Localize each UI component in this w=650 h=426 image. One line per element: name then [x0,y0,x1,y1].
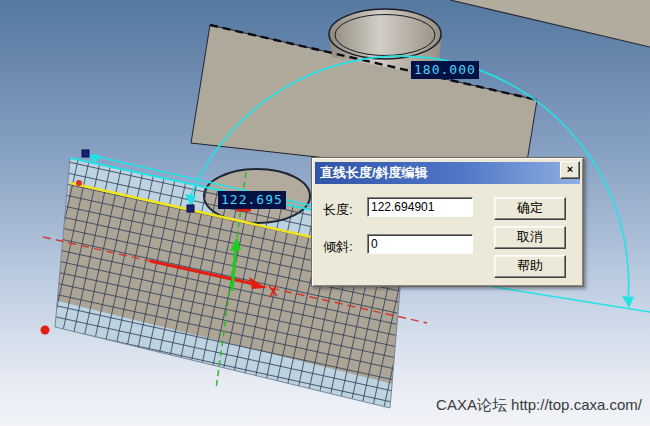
angle-dimension-label[interactable]: 180.000 [411,61,479,79]
length-input[interactable] [367,197,473,217]
line-edit-dialog: 直线长度/斜度编辑 × 长度: 倾斜: 确定 取消 帮助 [311,157,584,287]
dialog-title-text: 直线长度/斜度编辑 [320,165,428,180]
length-dimension-label[interactable]: 122.695 [218,191,286,209]
slope-input[interactable] [367,234,473,254]
arc-arrowhead-right [622,296,634,308]
line-start-point[interactable] [76,180,82,186]
cancel-button[interactable]: 取消 [494,226,566,249]
grid-corner-point[interactable] [41,326,50,335]
length-field-label: 长度: [323,201,353,219]
close-icon[interactable]: × [560,161,580,179]
caxa-3d-viewport: 122.695 180.000 直线长度/斜度编辑 × 长度: 倾斜: 确定 取… [0,0,650,426]
help-button[interactable]: 帮助 [494,255,566,278]
slope-field-label: 倾斜: [323,238,353,256]
dialog-titlebar[interactable]: 直线长度/斜度编辑 [315,162,580,184]
cylinder-top-face[interactable] [329,9,441,59]
endpoint-handle-2[interactable] [187,205,194,212]
ok-button[interactable]: 确定 [494,197,566,220]
endpoint-handle-1[interactable] [82,150,89,157]
forum-watermark: CAXA论坛 http://top.caxa.com/ [436,396,642,415]
